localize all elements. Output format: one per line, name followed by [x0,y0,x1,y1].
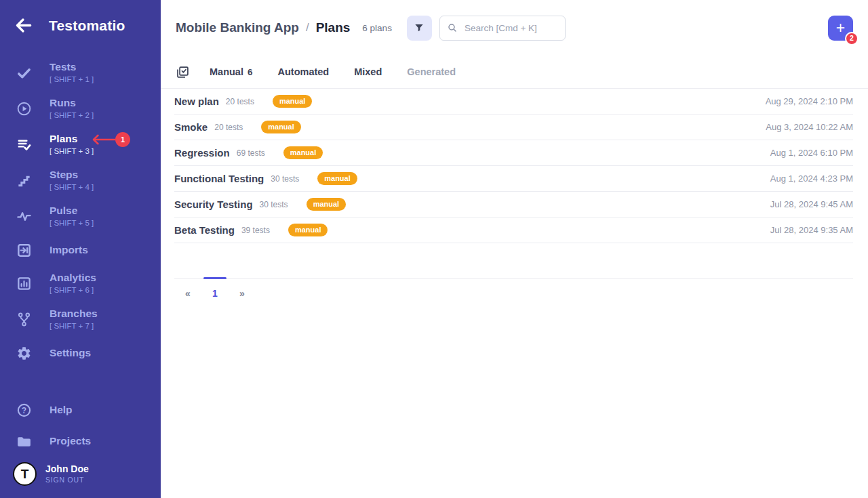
plan-date: Aug 29, 2024 2:10 PM [766,96,853,106]
sidebar-nav-item[interactable]: Settings [0,337,161,369]
app-logo[interactable]: Testomatio [49,18,125,34]
plan-type-badge: manual [283,146,323,160]
plan-row[interactable]: Functional Testing 30 tests manual Aug 1… [174,166,853,192]
pagination-prev[interactable]: « [174,288,201,299]
nav-shortcut: [ SHIFT + 7 ] [50,320,98,331]
tab-bar: Manual 6 Automated Mixed Generate [161,56,868,89]
plan-date: Aug 3, 2024 10:22 AM [766,122,853,132]
nav-label: Pulse [50,205,94,217]
pagination-page-1[interactable]: 1 [201,288,229,299]
tab[interactable]: Automated [277,66,329,77]
nav-label: Runs [50,97,94,109]
sidebar-nav-item[interactable]: Imports [0,234,161,266]
nav-shortcut: [ SHIFT + 2 ] [50,110,94,121]
user-name: John Doe [45,463,89,475]
plan-name: Functional Testing [174,173,264,184]
plan-tests-count: 30 tests [271,174,299,184]
pagination-next[interactable]: » [229,288,256,299]
sidebar-brand: Testomatio [0,0,161,35]
tab[interactable]: Manual 6 [210,66,252,77]
plan-row[interactable]: Smoke 20 tests manual Aug 3, 2024 10:22 … [174,115,853,140]
plan-name: Security Testing [174,199,253,210]
tab-label: Generated [407,66,456,77]
app-root: Testomatio Tests [ SHIFT + 1 ] Runs [ SH [0,0,868,498]
select-all-checkbox-icon[interactable] [176,65,190,79]
nav-icon [16,209,32,224]
page-header: Mobile Banking App / Plans 6 plans + 2 [161,0,868,56]
plan-date: Jul 28, 2024 9:35 AM [770,225,853,235]
sidebar: Testomatio Tests [ SHIFT + 1 ] Runs [ SH [0,0,161,498]
filter-button[interactable] [407,16,432,41]
tab[interactable]: Generated [407,66,456,77]
search-wrap [439,16,566,41]
nav-label: Projects [50,435,91,447]
nav-label: Tests [50,61,94,73]
pagination: « 1 » [174,278,853,299]
page-title: Plans [316,20,351,35]
nav-label: Plans [50,133,94,145]
nav-label: Steps [50,169,94,181]
add-plan-button[interactable]: + 2 [828,16,853,41]
nav-icon [16,402,32,418]
sidebar-nav-item[interactable]: Analytics [ SHIFT + 6 ] [0,266,161,302]
tabs: Manual 6 Automated Mixed Generate [210,66,456,77]
plan-row[interactable]: New plan 20 tests manual Aug 29, 2024 2:… [174,89,853,115]
plan-tests-count: 20 tests [226,97,254,106]
plan-type-badge: manual [288,224,328,237]
main-content: Mobile Banking App / Plans 6 plans + 2 [161,0,868,498]
search-icon [447,22,458,33]
sign-out-link[interactable]: SIGN OUT [45,475,89,485]
plan-row[interactable]: Regression 69 tests manual Aug 1, 2024 6… [174,140,853,166]
plan-type-badge: manual [307,198,347,211]
plan-tests-count: 69 tests [237,148,265,158]
tab-count: 6 [248,67,253,77]
sidebar-nav-item[interactable]: Steps [ SHIFT + 4 ] [0,163,161,199]
plan-name: Beta Testing [174,224,235,236]
step-badge: 2 [845,32,859,45]
nav-icon [16,173,32,188]
plan-name: Smoke [174,121,208,133]
nav-label: Analytics [50,272,96,284]
nav-label: Branches [50,308,98,320]
sidebar-nav: Tests [ SHIFT + 1 ] Runs [ SHIFT + 2 ] [0,55,161,369]
tab-label: Automated [277,66,329,77]
sidebar-nav-item[interactable]: Branches [ SHIFT + 7 ] [0,302,161,337]
avatar[interactable]: T [13,462,37,486]
plan-name: Regression [174,147,230,159]
nav-icon [16,434,32,449]
plan-row[interactable]: Security Testing 30 tests manual Jul 28,… [174,192,853,217]
breadcrumb-project[interactable]: Mobile Banking App [176,20,299,35]
nav-shortcut: [ SHIFT + 6 ] [50,285,96,295]
user-block: T John Doe SIGN OUT [0,462,161,498]
sidebar-nav-item[interactable]: Help [0,394,161,426]
sidebar-nav-item[interactable]: Projects [0,426,161,457]
nav-icon [16,276,32,291]
funnel-icon [414,22,425,33]
tab[interactable]: Mixed [354,66,382,77]
sidebar-secondary-nav: Help Projects [0,394,161,457]
tab-label: Mixed [354,66,382,77]
sidebar-nav-item[interactable]: Runs [ SHIFT + 2 ] [0,91,161,127]
nav-icon [16,137,32,152]
nav-icon [16,312,32,327]
nav-shortcut: [ SHIFT + 3 ] [50,146,94,157]
sidebar-nav-item[interactable]: Plans [ SHIFT + 3 ] [0,127,161,163]
plans-count: 6 plans [362,23,392,33]
nav-shortcut: [ SHIFT + 1 ] [50,74,94,85]
nav-icon [16,65,32,81]
tab-label: Manual [210,66,243,77]
search-input[interactable] [439,16,566,41]
plan-date: Jul 28, 2024 9:45 AM [770,199,853,209]
plan-tests-count: 39 tests [241,226,270,235]
back-arrow-icon[interactable] [14,16,33,35]
plan-type-badge: manual [261,121,301,134]
plan-date: Aug 1, 2024 6:10 PM [770,148,853,158]
sidebar-nav-item[interactable]: Pulse [ SHIFT + 5 ] [0,199,161,234]
breadcrumb-separator: / [306,21,309,35]
nav-label: Help [50,404,73,416]
plan-row[interactable]: Beta Testing 39 tests manual Jul 28, 202… [174,217,853,243]
plan-tests-count: 20 tests [214,123,243,132]
plans-list: New plan 20 tests manual Aug 29, 2024 2:… [174,89,853,243]
sidebar-nav-item[interactable]: Tests [ SHIFT + 1 ] [0,55,161,91]
plan-type-badge: manual [273,95,313,108]
